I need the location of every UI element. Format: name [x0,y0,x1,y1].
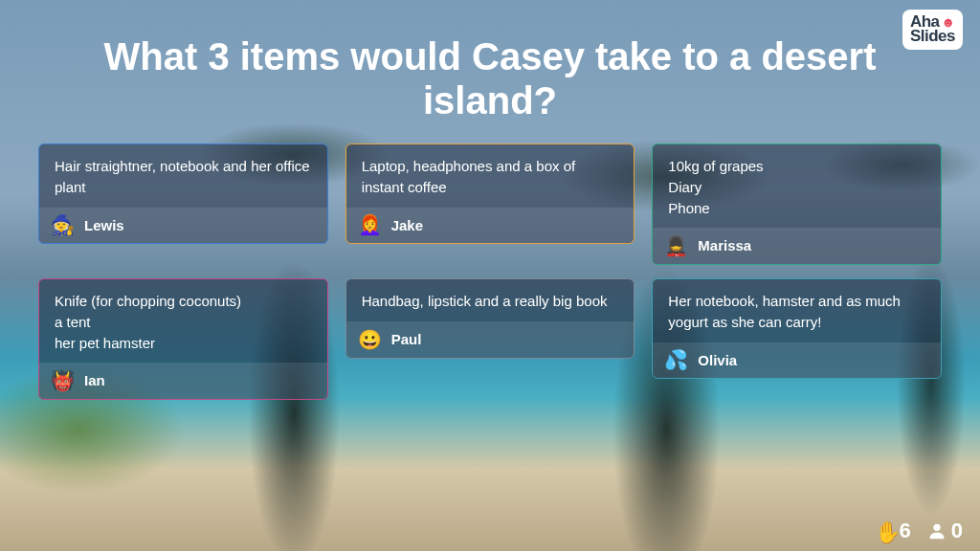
answer-author-row: 👩‍🦰 Jake [346,208,635,244]
author-name: Lewis [84,215,124,236]
answer-text: Knife (for chopping coconuts) a tent her… [39,279,327,363]
avatar-icon: 🧙 [51,215,75,234]
answer-text: 10kg of grapes Diary Phone [653,144,941,228]
answer-text: Handbag, lipstick and a really big book [346,279,635,321]
answer-author-row: 💦 Olivia [653,342,941,379]
answer-author-row: 💂 Marissa [653,228,941,264]
answer-text: Laptop, headphones and a box of instant … [346,144,635,208]
author-name: Jake [391,215,423,236]
answer-author-row: 👹 Ian [39,363,327,399]
question-title: What 3 items would Casey take to a deser… [98,34,882,122]
hands-raised-count: ✋ 6 [875,518,911,543]
answer-author-row: 😀 Paul [346,321,635,358]
answer-text: Her notebook, hamster and as much yogurt… [653,279,941,342]
answer-card[interactable]: Her notebook, hamster and as much yogurt… [652,278,942,379]
svg-point-0 [933,524,940,531]
logo-bottom: Slides [910,28,955,44]
answer-author-row: 🧙 Lewis [39,208,327,244]
answer-card[interactable]: Hair straightner, notebook and her offic… [38,143,328,244]
author-name: Marissa [698,235,751,256]
avatar-icon: 👹 [51,371,75,390]
author-name: Paul [391,329,422,350]
answer-card[interactable]: Knife (for chopping coconuts) a tent her… [38,278,328,400]
author-name: Ian [84,370,105,391]
person-icon [926,520,947,541]
answer-card[interactable]: 10kg of grapes Diary Phone 💂 Marissa [652,143,942,265]
avatar-icon: 😀 [358,330,382,349]
author-name: Olivia [698,350,737,371]
hands-count: 6 [900,518,911,543]
answers-grid: Hair straightner, notebook and her offic… [38,143,942,400]
hand-icon: ✋ [875,520,896,541]
answer-card[interactable]: Handbag, lipstick and a really big book … [345,278,635,359]
participant-count: 0 [951,518,963,543]
answer-text: Hair straightner, notebook and her offic… [39,144,327,208]
brand-logo: Aha☻ Slides [902,10,963,50]
avatar-icon: 💦 [664,350,688,369]
avatar-icon: 👩‍🦰 [358,215,382,234]
avatar-icon: 💂 [664,236,688,255]
answer-card[interactable]: Laptop, headphones and a box of instant … [345,143,635,244]
participants-count: 0 [926,518,963,543]
status-bar: ✋ 6 0 [875,518,964,543]
